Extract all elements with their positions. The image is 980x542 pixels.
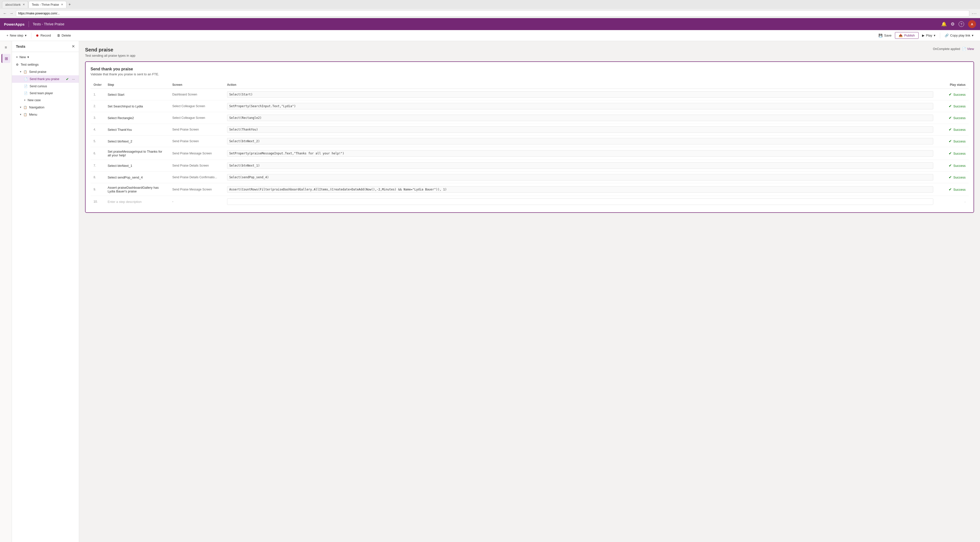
new-button[interactable]: + New ▾ — [12, 53, 79, 61]
browser-tabs: about:blank ✕ Tests - Thrive Praise ✕ + — [0, 0, 980, 9]
steps-table: Order Step Screen Action Play status 1. … — [91, 81, 969, 207]
navigation-icon: 📋 — [23, 106, 27, 109]
delete-label: Delete — [62, 33, 71, 37]
step-action-input-5[interactable] — [227, 138, 933, 145]
step-order-10: 10. — [91, 196, 105, 208]
toolbar: + New step ▾ ⏺ Record 🗑 Delete 💾 Save 📤 … — [0, 30, 980, 41]
step-status-1: ✔Success — [936, 89, 969, 100]
tab-2-close[interactable]: ✕ — [61, 3, 63, 6]
step-order-8: 8. — [91, 172, 105, 183]
address-bar[interactable] — [16, 10, 969, 17]
status-check-icon-5: ✔ — [949, 139, 952, 143]
step-status-3: ✔Success — [936, 112, 969, 124]
copy-link-dropdown-icon: ▾ — [972, 33, 974, 37]
status-label-2: Success — [953, 105, 966, 108]
publish-button[interactable]: 📤 Publish — [895, 32, 919, 39]
send-thank-you-more-icon[interactable]: ··· — [72, 77, 75, 81]
menu-label: Menu — [29, 113, 37, 116]
step-screen-5: Send Praise Screen — [169, 135, 224, 147]
step-desc-10: Enter a step description — [105, 196, 169, 208]
browser-more-button[interactable]: ··· — [972, 11, 977, 16]
step-status-4: ✔Success — [936, 124, 969, 135]
step-action-3 — [224, 112, 936, 124]
test-card-description: Validate that thank you praise is sent t… — [91, 72, 969, 76]
sidebar-item-new-case[interactable]: + New case — [12, 97, 79, 104]
step-action-input-9[interactable] — [227, 186, 933, 193]
new-case-label: New case — [28, 99, 41, 102]
step-screen-3: Select Colleague Screen — [169, 112, 224, 124]
step-action-10[interactable] — [224, 196, 936, 208]
step-action-input-4[interactable] — [227, 126, 933, 133]
status-label-4: Success — [953, 128, 966, 132]
sidebar-close-button[interactable]: ✕ — [72, 44, 75, 49]
step-status-5: ✔Success — [936, 135, 969, 147]
send-thank-you-label: Send thank you praise — [30, 77, 59, 81]
steps-body: 1. Select Start Dashboard Screen ✔Succes… — [91, 89, 969, 208]
browser-tab-2[interactable]: Tests - Thrive Praise ✕ — [29, 1, 67, 8]
sidebar-item-send-praise[interactable]: ▾ 📋 Send praise — [12, 68, 79, 75]
save-button[interactable]: 💾 Save — [876, 32, 894, 39]
delete-button[interactable]: 🗑 Delete — [54, 32, 74, 39]
step-action-input-7[interactable] — [227, 162, 933, 169]
record-icon: ⏺ — [36, 33, 39, 37]
status-check-icon-3: ✔ — [949, 116, 952, 120]
step-screen-2: Select Colleague Screen — [169, 100, 224, 112]
menu-collapse-icon: ▾ — [20, 113, 21, 116]
play-button[interactable]: ▶ Play ▾ — [920, 32, 938, 39]
view-button[interactable]: 📄 View — [962, 47, 974, 51]
step-screen-10: - — [169, 196, 224, 208]
copy-link-button[interactable]: 🔗 Copy play link ▾ — [942, 32, 976, 39]
status-label-1: Success — [953, 93, 966, 97]
send-team-player-icon: 📄 — [24, 92, 28, 95]
test-title-section: Send praise Test sending all praise type… — [85, 47, 135, 57]
step-screen-8: Send Praise Details Confirmatio... — [169, 172, 224, 183]
step-status-6: ✔Success — [936, 147, 969, 160]
app-header-title: Tests - Thrive Praise — [33, 22, 64, 26]
step-order-5: 5. — [91, 135, 105, 147]
col-play-status: Play status — [936, 81, 969, 89]
table-row: 9. Assert praiseDashboardGallery has Lyd… — [91, 183, 969, 196]
save-icon: 💾 — [878, 33, 883, 37]
step-action-input-1[interactable] — [227, 91, 933, 98]
header-divider — [29, 21, 29, 27]
step-action-input-2[interactable] — [227, 103, 933, 110]
help-icon[interactable]: ? — [959, 21, 964, 27]
status-check-icon-8: ✔ — [949, 175, 952, 180]
table-row: 8. Select sendPop_send_4 Send Praise Det… — [91, 172, 969, 183]
step-action-7 — [224, 160, 936, 172]
new-tab-button[interactable]: + — [67, 2, 72, 7]
sidebar-item-menu[interactable]: ▾ 📋 Menu — [12, 111, 79, 118]
step-action-input-6[interactable] — [227, 150, 933, 157]
sidebar-item-send-thank-you[interactable]: 📄 Send thank you praise ✔ ··· — [12, 75, 79, 83]
step-screen-9: Send Praise Message Screen — [169, 183, 224, 196]
sidebar-item-send-curious[interactable]: 📄 Send curious — [12, 83, 79, 90]
tab-1-close[interactable]: ✕ — [22, 3, 25, 6]
browser-tab-1[interactable]: about:blank ✕ — [2, 1, 28, 8]
sidebar-item-send-team-player[interactable]: 📄 Send team player — [12, 90, 79, 97]
record-button[interactable]: ⏺ Record — [33, 32, 54, 39]
table-row: 7. Select btnNext_1 Send Praise Details … — [91, 160, 969, 172]
back-button[interactable]: ← — [3, 11, 7, 16]
sidebar-item-test-settings[interactable]: ⚙ Test settings — [12, 61, 79, 68]
sidebar: Tests ✕ + New ▾ ⚙ Test settings ▾ 📋 Send… — [12, 41, 79, 542]
test-card: Send thank you praise Validate that than… — [85, 61, 974, 213]
col-step: Step — [105, 81, 169, 89]
sidebar-item-navigation[interactable]: ▾ 📋 Navigation — [12, 104, 79, 111]
bell-icon[interactable]: 🔔 — [941, 21, 947, 27]
step-order-3: 3. — [91, 112, 105, 124]
user-avatar[interactable]: A — [968, 20, 976, 28]
forward-button[interactable]: → — [10, 11, 13, 16]
step-action-input-3[interactable] — [227, 114, 933, 121]
new-label: New — [19, 55, 26, 59]
step-action-input-10[interactable] — [227, 199, 933, 205]
new-step-button[interactable]: + New step ▾ — [4, 32, 29, 39]
play-label: Play — [926, 33, 932, 37]
settings-icon[interactable]: ⚙ — [951, 21, 955, 27]
side-panel-icons: ≡ ⊞ — [0, 41, 12, 542]
test-description: Test sending all praise types in app — [85, 54, 135, 57]
new-step-dropdown-icon: ▾ — [25, 33, 27, 37]
hamburger-icon[interactable]: ≡ — [2, 43, 10, 52]
step-action-input-8[interactable] — [227, 174, 933, 181]
table-row: 6. Set praiseMessageInput to Thanks for … — [91, 147, 969, 160]
layers-icon[interactable]: ⊞ — [2, 54, 10, 63]
